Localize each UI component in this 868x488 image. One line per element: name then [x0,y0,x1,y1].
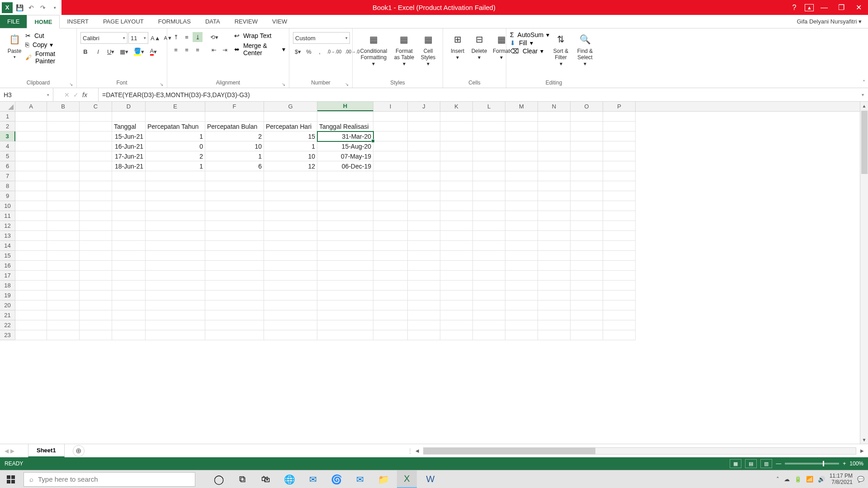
cell-G18[interactable] [264,281,317,291]
cell-J16[interactable] [408,261,440,271]
cell-L11[interactable] [473,211,505,221]
cell-K20[interactable] [440,300,473,310]
col-header-J[interactable]: J [408,102,440,111]
cell-P22[interactable] [603,320,636,330]
cell-A7[interactable] [15,171,47,181]
percent-format-icon[interactable]: % [304,47,314,56]
col-header-C[interactable]: C [80,102,112,111]
cell-K22[interactable] [440,320,473,330]
cell-P6[interactable] [603,161,636,171]
cell-N2[interactable] [538,122,571,131]
cell-O17[interactable] [571,271,603,281]
cell-N15[interactable] [538,251,571,261]
cell-D6[interactable]: 18-Jun-21 [112,161,146,171]
cell-M20[interactable] [505,300,538,310]
cell-A22[interactable] [15,320,47,330]
cell-B12[interactable] [47,221,80,231]
cell-O12[interactable] [571,221,603,231]
cell-G2[interactable]: Percepatan Hari [264,122,317,131]
cell-C5[interactable] [80,151,112,161]
cell-F10[interactable] [205,201,264,211]
cell-A15[interactable] [15,251,47,261]
cell-D19[interactable] [112,291,146,300]
scroll-left-icon[interactable]: ◀ [413,448,421,453]
cell-D1[interactable] [112,112,146,122]
cell-E15[interactable] [146,251,205,261]
mail-icon[interactable]: ✉ [350,470,370,488]
cell-D3[interactable]: 15-Jun-21 [112,131,146,141]
cell-G21[interactable] [264,310,317,320]
col-header-G[interactable]: G [264,102,317,111]
cell-D10[interactable] [112,201,146,211]
scroll-up-icon[interactable]: ▲ [860,102,868,110]
cell-F23[interactable] [205,330,264,340]
cell-D15[interactable] [112,251,146,261]
col-header-I[interactable]: I [373,102,408,111]
cell-M10[interactable] [505,201,538,211]
cell-L2[interactable] [473,122,505,131]
cell-A17[interactable] [15,271,47,281]
number-launcher-icon[interactable]: ↘ [345,82,349,87]
cell-E5[interactable]: 2 [146,151,205,161]
row-header-22[interactable]: 22 [0,320,15,330]
expand-formula-bar-icon[interactable]: ▾ [857,88,868,101]
row-header-4[interactable]: 4 [0,141,15,151]
cell-K7[interactable] [440,171,473,181]
cell-F22[interactable] [205,320,264,330]
cell-I20[interactable] [373,300,408,310]
cell-M18[interactable] [505,281,538,291]
cell-A23[interactable] [15,330,47,340]
vertical-scrollbar[interactable]: ▲ ▼ [860,102,868,444]
cell-C7[interactable] [80,171,112,181]
cell-P2[interactable] [603,122,636,131]
cell-K3[interactable] [440,131,473,141]
cell-P8[interactable] [603,181,636,191]
bold-button[interactable]: B [80,47,90,56]
cell-F13[interactable] [205,231,264,241]
row-header-20[interactable]: 20 [0,300,15,310]
cell-J21[interactable] [408,310,440,320]
cell-I3[interactable] [373,131,408,141]
cell-C4[interactable] [80,141,112,151]
cell-G7[interactable] [264,171,317,181]
cell-E8[interactable] [146,181,205,191]
cell-K12[interactable] [440,221,473,231]
cell-L17[interactable] [473,271,505,281]
cell-C10[interactable] [80,201,112,211]
cell-B23[interactable] [47,330,80,340]
cell-J18[interactable] [408,281,440,291]
cell-B7[interactable] [47,171,80,181]
col-header-P[interactable]: P [603,102,636,111]
cell-E12[interactable] [146,221,205,231]
cell-B11[interactable] [47,211,80,221]
row-header-17[interactable]: 17 [0,271,15,281]
row-header-11[interactable]: 11 [0,211,15,221]
collapse-ribbon-icon[interactable]: ˄ [863,80,865,86]
cell-L3[interactable] [473,131,505,141]
cell-E21[interactable] [146,310,205,320]
cell-D13[interactable] [112,231,146,241]
cell-E16[interactable] [146,261,205,271]
cell-G9[interactable] [264,191,317,201]
cell-N19[interactable] [538,291,571,300]
cell-P23[interactable] [603,330,636,340]
cell-I7[interactable] [373,171,408,181]
cell-I23[interactable] [373,330,408,340]
row-header-6[interactable]: 6 [0,161,15,171]
cell-C6[interactable] [80,161,112,171]
cell-B14[interactable] [47,241,80,251]
cell-M12[interactable] [505,221,538,231]
cell-L1[interactable] [473,112,505,122]
cell-K8[interactable] [440,181,473,191]
col-header-B[interactable]: B [47,102,80,111]
cell-F19[interactable] [205,291,264,300]
cell-D4[interactable]: 16-Jun-21 [112,141,146,151]
cell-H1[interactable] [317,112,373,122]
cell-K2[interactable] [440,122,473,131]
hscrollbar-thumb[interactable] [424,448,595,454]
cell-J10[interactable] [408,201,440,211]
cell-C2[interactable] [80,122,112,131]
cell-M1[interactable] [505,112,538,122]
cell-E3[interactable]: 1 [146,131,205,141]
cell-I2[interactable] [373,122,408,131]
